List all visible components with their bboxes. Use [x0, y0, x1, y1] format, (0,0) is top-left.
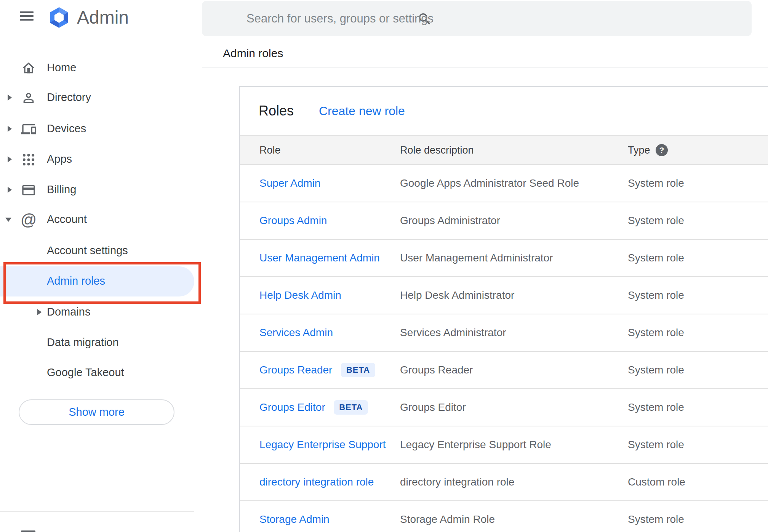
sidebar-item-devices[interactable]: Devices [0, 119, 202, 138]
sidebar-item-label: Home [47, 58, 76, 77]
table-row: Services Admin Services Administrator Sy… [240, 314, 768, 352]
table-row: Groups Editor BETA Groups Editor System … [240, 389, 768, 426]
beta-badge: BETA [341, 363, 375, 377]
role-link[interactable]: Legacy Enterprise Support [259, 439, 386, 450]
sidebar-item-admin-roles[interactable]: Admin roles [0, 272, 202, 290]
table-row: directory integration role directory int… [240, 464, 768, 501]
role-link[interactable]: directory integration role [259, 476, 374, 488]
chevron-right-icon[interactable] [8, 126, 12, 132]
sidebar-item-label: Devices [47, 119, 86, 138]
role-type: Custom role [628, 476, 685, 488]
apps-grid-icon [20, 151, 37, 168]
role-link[interactable]: Groups Editor [259, 401, 325, 413]
sidebar-item-label: Admin roles [47, 272, 105, 290]
chevron-right-icon[interactable] [8, 95, 12, 101]
sidebar-item-label: Apps [47, 150, 72, 168]
sidebar-item-label: Data migration [47, 333, 119, 351]
table-row: Super Admin Google Apps Administrator Se… [240, 165, 768, 202]
role-type: System role [628, 364, 684, 376]
chevron-right-icon[interactable] [37, 309, 42, 315]
sidebar-item-label: Account [47, 210, 87, 228]
at-sign-icon: @ [20, 212, 37, 228]
sidebar-item-account-settings[interactable]: Account settings [0, 241, 202, 260]
roles-card-header: Roles Create new role [240, 87, 768, 135]
column-header-role: Role [259, 144, 281, 156]
role-description: Groups Administrator [400, 215, 500, 227]
product-title: Admin [77, 7, 129, 28]
sidebar-item-apps[interactable]: Apps [0, 150, 202, 168]
table-row: Help Desk Admin Help Desk Administrator … [240, 277, 768, 314]
chevron-right-icon[interactable] [8, 156, 12, 162]
role-link[interactable]: Services Admin [259, 327, 333, 338]
admin-logo-icon [48, 6, 70, 29]
sidebar-item-label: Domains [47, 303, 90, 321]
show-more-button[interactable]: Show more [19, 399, 174, 425]
table-row: Legacy Enterprise Support Legacy Enterpr… [240, 426, 768, 464]
role-type: System role [628, 177, 684, 189]
devices-icon [20, 121, 37, 138]
breadcrumb: Admin roles [223, 47, 283, 60]
role-description: Groups Reader [400, 364, 473, 376]
role-type: System role [628, 252, 684, 264]
search-input[interactable] [246, 1, 742, 36]
role-type: System role [628, 215, 684, 227]
sidebar-item-google-takeout[interactable]: Google Takeout [0, 363, 202, 381]
sidebar-item-label: Google Takeout [47, 363, 124, 381]
sidebar-item-home[interactable]: Home [0, 58, 202, 77]
role-type: System role [628, 439, 684, 451]
role-link[interactable]: Help Desk Admin [259, 289, 341, 301]
hamburger-menu-icon[interactable] [20, 11, 34, 21]
sidebar-item-label: Account settings [47, 241, 128, 260]
sidebar-item-account[interactable]: @ Account [0, 210, 202, 228]
role-link[interactable]: Groups Admin [259, 215, 327, 226]
role-description: Groups Editor [400, 401, 466, 413]
role-description: Help Desk Administrator [400, 289, 514, 301]
sidebar-item-domains[interactable]: Domains [0, 303, 202, 321]
sidebar-item-data-migration[interactable]: Data migration [0, 333, 202, 351]
chevron-down-icon[interactable] [5, 218, 11, 222]
column-header-type: Type [628, 144, 650, 156]
card-title: Roles [259, 87, 294, 135]
breadcrumb-divider [202, 67, 768, 67]
home-icon [20, 60, 37, 77]
help-icon[interactable]: ? [656, 144, 668, 156]
role-type: System role [628, 401, 684, 413]
role-link[interactable]: User Management Admin [259, 252, 380, 264]
admin-console-page: Admin Admin roles Home Directory Devices [0, 0, 768, 532]
role-description: Services Administrator [400, 327, 506, 339]
role-description: Legacy Enterprise Support Role [400, 439, 551, 451]
role-type: System role [628, 289, 684, 301]
role-description: directory integration role [400, 476, 514, 488]
role-description: Google Apps Administrator Seed Role [400, 177, 579, 189]
role-description: User Management Administrator [400, 252, 553, 264]
person-icon [20, 90, 37, 106]
sidebar-item-directory[interactable]: Directory [0, 88, 202, 106]
role-description: Storage Admin Role [400, 513, 495, 526]
table-row: Groups Admin Groups Administrator System… [240, 202, 768, 240]
role-type: System role [628, 327, 684, 339]
sidebar-item-label: Directory [47, 88, 91, 106]
create-new-role-link[interactable]: Create new role [319, 87, 405, 135]
sidebar-item-label: Billing [47, 180, 76, 199]
table-row: User Management Admin User Management Ad… [240, 240, 768, 277]
column-header-description: Role description [400, 144, 474, 156]
credit-card-icon [20, 182, 37, 199]
beta-badge: BETA [334, 400, 368, 415]
role-type: System role [628, 513, 684, 526]
chevron-right-icon[interactable] [8, 187, 12, 193]
roles-card: Roles Create new role Role Role descript… [239, 86, 768, 532]
sidebar-item-billing[interactable]: Billing [0, 180, 202, 199]
role-link[interactable]: Groups Reader [259, 364, 332, 376]
role-link[interactable]: Super Admin [259, 177, 320, 189]
table-header-row: Role Role description Type ? [240, 135, 768, 165]
role-link[interactable]: Storage Admin [259, 513, 330, 525]
table-row: Storage Admin Storage Admin Role System … [240, 501, 768, 532]
clipped-sidebar-icon [21, 530, 35, 532]
sidebar-divider [0, 511, 194, 512]
table-row: Groups Reader BETA Groups Reader System … [240, 352, 768, 389]
